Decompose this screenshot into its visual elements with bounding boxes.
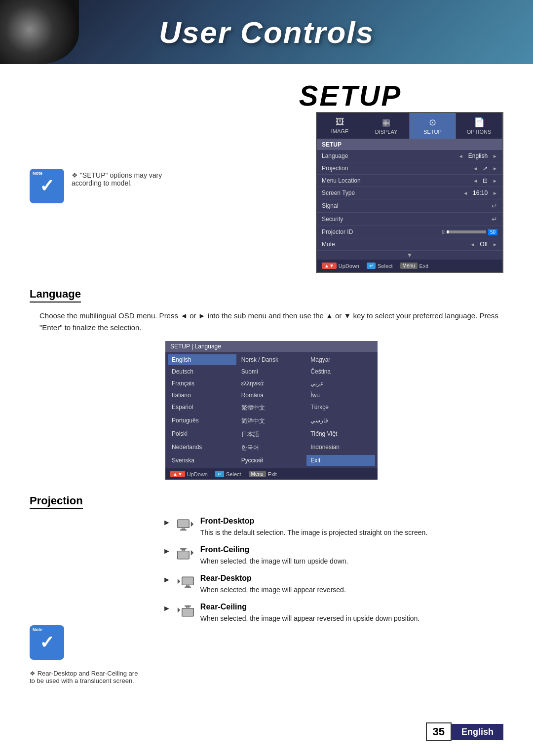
note-box-2: Note — [30, 625, 143, 660]
lang-cell-japanese[interactable]: 日本語 — [237, 428, 306, 441]
svg-rect-13 — [182, 608, 193, 616]
lang-cell-magyar[interactable]: Magyar — [306, 354, 375, 365]
svg-rect-15 — [185, 605, 191, 606]
rear-desktop-desc: When selected, the image will appear rev… — [200, 585, 503, 595]
setup-right: SETUP 🖼 IMAGE ▦ DISPLAY ⊙ SETUP — [197, 79, 503, 273]
lang-cell-norsk[interactable]: Norsk / Dansk — [237, 354, 306, 365]
osd-row-signal[interactable]: Signal ↵ — [317, 199, 502, 213]
front-desktop-icon — [176, 517, 195, 533]
setup-left: Note "SETUP" options may vary according … — [30, 79, 178, 273]
lang-cell-polski[interactable]: Polski — [168, 428, 236, 441]
note-text-1: "SETUP" options may vary according to mo… — [72, 169, 178, 187]
rear-desktop-icon — [176, 574, 195, 591]
lang-cell-simp-chinese[interactable]: 简洋中文 — [237, 415, 306, 427]
osd-row-projection[interactable]: Projection ◄ ↗ ► — [317, 162, 502, 175]
rear-ceiling-title: Rear-Ceiling — [200, 603, 503, 611]
front-desktop-desc: This is the default selection. The image… — [200, 528, 503, 538]
proj-item-front-ceiling: ► Front-Ceiling When selected, the image… — [163, 545, 503, 567]
svg-rect-10 — [187, 585, 189, 587]
osd-row-language[interactable]: Language ◄ English ► — [317, 150, 502, 162]
lang-cell-english[interactable]: English — [168, 354, 236, 365]
proj-item-rear-desktop: ► Rear-Desktop When selected, the image … — [163, 574, 503, 595]
lang-cell-trad-chinese[interactable]: 繁體中文 — [237, 402, 306, 414]
language-description: Choose the multilingual OSD menu. Press … — [39, 310, 503, 334]
proj-item-front-desktop: ► Front-Desktop This is the default sele… — [163, 517, 503, 538]
lang-cell-exit[interactable]: Exit — [306, 455, 375, 466]
lang-cell-igbo[interactable]: Ìwu — [306, 390, 375, 401]
osd-section-header: SETUP — [317, 139, 502, 150]
front-ceiling-desc: When selected, the image will turn upsid… — [200, 556, 503, 567]
lang-cell-portugues[interactable]: Português — [168, 415, 236, 427]
lang-cell-korean[interactable]: 한국어 — [237, 442, 306, 454]
page-footer: 35 English — [426, 722, 504, 741]
svg-marker-12 — [178, 607, 180, 613]
lang-cell-francais[interactable]: Français — [168, 378, 236, 389]
setup-section: Note "SETUP" options may vary according … — [30, 79, 503, 273]
svg-rect-0 — [178, 520, 189, 528]
lang-cell-greek[interactable]: ελληνικά — [237, 378, 306, 389]
osd-tabs: 🖼 IMAGE ▦ DISPLAY ⊙ SETUP 📄 OPTIONS — [317, 113, 502, 139]
svg-marker-7 — [191, 550, 193, 556]
osd-menu: 🖼 IMAGE ▦ DISPLAY ⊙ SETUP 📄 OPTIONS — [316, 112, 503, 273]
page-title: User Controls — [159, 15, 374, 50]
note-box-1: Note "SETUP" options may vary according … — [30, 169, 178, 203]
osd-row-projector-id[interactable]: Projector ID 0 50 — [317, 226, 502, 238]
lang-cell-svenska[interactable]: Svenska — [168, 455, 236, 466]
lang-cell-turkish[interactable]: Türkçe — [306, 402, 375, 414]
svg-rect-5 — [182, 549, 185, 551]
rear-ceiling-icon — [176, 603, 195, 619]
lang-cell-vietnamese[interactable]: Tiếng Việt — [306, 428, 375, 441]
svg-rect-11 — [185, 587, 191, 588]
language-table: SETUP | Language English Norsk / Dansk M… — [165, 341, 378, 480]
main-content: Note "SETUP" options may vary according … — [0, 64, 533, 717]
front-ceiling-title: Front-Ceiling — [200, 545, 503, 554]
rear-desktop-title: Rear-Desktop — [200, 574, 503, 583]
lang-cell-suomi[interactable]: Suomi — [237, 366, 306, 377]
header: User Controls — [0, 0, 533, 64]
lang-cell-espanol[interactable]: Español — [168, 402, 236, 414]
lang-cell-arabic[interactable]: عربي — [306, 378, 375, 389]
osd-row-menu-location[interactable]: Menu Location ◄ ⊡ ► — [317, 175, 502, 187]
lang-grid: English Norsk / Dansk Magyar Deutsch Suo… — [165, 352, 378, 468]
lens-decoration — [0, 0, 79, 64]
osd-tab-setup[interactable]: ⊙ SETUP — [410, 113, 456, 139]
svg-rect-1 — [182, 528, 185, 529]
osd-footer: ▲▼ UpDown ↵ Select Menu Exit — [317, 260, 502, 272]
osd-row-mute[interactable]: Mute ◄ Off ► — [317, 238, 502, 251]
osd-tab-image[interactable]: 🖼 IMAGE — [317, 113, 363, 139]
language-body: Choose the multilingual OSD menu. Press … — [39, 310, 503, 480]
lang-table-header: SETUP | Language — [165, 341, 378, 352]
osd-tab-options[interactable]: 📄 OPTIONS — [456, 113, 502, 139]
language-heading: Language — [30, 288, 81, 302]
lang-cell-cestina[interactable]: Čeština — [306, 366, 375, 377]
lang-cell-romana[interactable]: Română — [237, 390, 306, 401]
osd-tab-display[interactable]: ▦ DISPLAY — [363, 113, 410, 139]
projection-note-text: Rear-Desktop and Rear-Ceiling are to be … — [30, 670, 143, 684]
note-icon-1: Note — [30, 169, 64, 203]
lang-cell-russian[interactable]: Русский — [237, 455, 306, 466]
front-ceiling-icon — [176, 545, 195, 562]
svg-rect-4 — [178, 551, 189, 559]
lang-cell-indonesian[interactable]: Indonesian — [306, 442, 375, 454]
page-language: English — [452, 724, 503, 740]
lang-table-footer: ▲▼ UpDown ↵ Select Menu Exit — [165, 468, 378, 480]
note-icon-2: Note — [30, 625, 64, 660]
front-desktop-title: Front-Desktop — [200, 517, 503, 526]
lang-cell-deutsch[interactable]: Deutsch — [168, 366, 236, 377]
svg-marker-8 — [178, 579, 180, 584]
svg-rect-9 — [182, 577, 193, 585]
osd-row-screen-type[interactable]: Screen Type ◄ 16:10 ► — [317, 187, 502, 199]
language-section: Language Choose the multilingual OSD men… — [30, 288, 503, 480]
projection-heading: Projection — [30, 494, 83, 509]
svg-marker-3 — [191, 522, 193, 527]
svg-rect-2 — [180, 529, 187, 530]
page-number: 35 — [426, 722, 452, 741]
lang-cell-persian[interactable]: فارسي — [306, 415, 375, 427]
osd-row-security[interactable]: Security ↵ — [317, 213, 502, 226]
projection-layout: Note Rear-Desktop and Rear-Ceiling are t… — [30, 517, 503, 687]
svg-rect-6 — [180, 548, 187, 549]
projection-items-column: ► Front-Desktop This is the default sele… — [163, 517, 503, 687]
lang-cell-nederlands[interactable]: Nederlands — [168, 442, 236, 454]
lang-cell-italiano[interactable]: Italiano — [168, 390, 236, 401]
rear-ceiling-desc: When selected, the image will appear rev… — [200, 613, 503, 624]
